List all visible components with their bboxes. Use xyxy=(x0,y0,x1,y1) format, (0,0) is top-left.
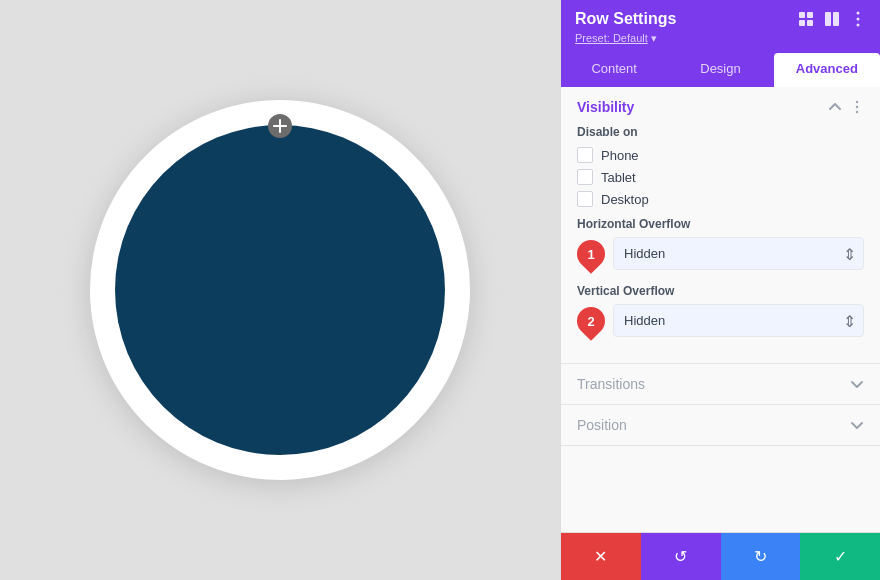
add-element-button[interactable] xyxy=(268,114,292,138)
panel-tabs: Content Design Advanced xyxy=(561,53,880,87)
tablet-checkbox[interactable] xyxy=(577,169,593,185)
tablet-checkbox-row: Tablet xyxy=(577,169,864,185)
tab-content[interactable]: Content xyxy=(561,53,667,87)
visibility-section-header[interactable]: Visibility xyxy=(577,99,864,115)
chevron-down-transitions-icon[interactable] xyxy=(850,377,864,391)
svg-rect-2 xyxy=(799,12,805,18)
position-label: Position xyxy=(577,417,627,433)
panel-title: Row Settings xyxy=(575,10,676,28)
svg-point-8 xyxy=(857,12,860,15)
vertical-overflow-select-wrap: Hidden Visible Scroll Auto ⇕ xyxy=(613,304,864,337)
chevron-down-position-icon[interactable] xyxy=(850,418,864,432)
disable-on-label: Disable on xyxy=(577,125,864,139)
settings-panel: Row Settings Pres xyxy=(560,0,880,580)
svg-point-11 xyxy=(856,101,858,103)
horizontal-overflow-group: Horizontal Overflow 1 Hidden Visible Scr… xyxy=(577,217,864,270)
tablet-label: Tablet xyxy=(601,170,636,185)
more-options-icon[interactable] xyxy=(850,11,866,27)
cancel-button[interactable]: ✕ xyxy=(561,533,641,580)
phone-checkbox[interactable] xyxy=(577,147,593,163)
vertical-overflow-label: Vertical Overflow xyxy=(577,284,864,298)
desktop-checkbox[interactable] xyxy=(577,191,593,207)
horizontal-overflow-select[interactable]: Hidden Visible Scroll Auto xyxy=(613,237,864,270)
canvas-area xyxy=(0,0,560,580)
visibility-section-title: Visibility xyxy=(577,99,634,115)
svg-point-10 xyxy=(857,24,860,27)
visibility-section: Visibility Disable on Pho xyxy=(561,87,880,364)
badge-2: 2 xyxy=(571,301,611,341)
transitions-section[interactable]: Transitions xyxy=(561,364,880,405)
svg-point-12 xyxy=(856,106,858,108)
phone-label: Phone xyxy=(601,148,639,163)
vertical-overflow-group: Vertical Overflow 2 Hidden Visible Scrol… xyxy=(577,284,864,337)
disable-on-group: Disable on Phone Tablet Desktop xyxy=(577,125,864,207)
circle-shape xyxy=(115,125,445,455)
visibility-section-icons xyxy=(828,100,864,114)
svg-rect-5 xyxy=(807,20,813,26)
panel-body: Visibility Disable on Pho xyxy=(561,87,880,532)
desktop-label: Desktop xyxy=(601,192,649,207)
tab-advanced[interactable]: Advanced xyxy=(774,53,880,87)
svg-rect-3 xyxy=(807,12,813,18)
position-section[interactable]: Position xyxy=(561,405,880,446)
circle-container xyxy=(90,100,470,480)
horizontal-overflow-label: Horizontal Overflow xyxy=(577,217,864,231)
svg-point-9 xyxy=(857,18,860,21)
svg-rect-4 xyxy=(799,20,805,26)
vertical-overflow-field: 2 Hidden Visible Scroll Auto ⇕ xyxy=(577,304,864,337)
chevron-up-icon[interactable] xyxy=(828,100,842,114)
svg-rect-7 xyxy=(833,12,839,26)
horizontal-overflow-select-wrap: Hidden Visible Scroll Auto ⇕ xyxy=(613,237,864,270)
preset-label[interactable]: Preset: Default ▾ xyxy=(575,32,866,45)
vertical-overflow-select[interactable]: Hidden Visible Scroll Auto xyxy=(613,304,864,337)
tab-design[interactable]: Design xyxy=(667,53,773,87)
undo-button[interactable]: ↺ xyxy=(641,533,721,580)
save-button[interactable]: ✓ xyxy=(800,533,880,580)
panel-header-top: Row Settings xyxy=(575,10,866,28)
section-more-icon[interactable] xyxy=(850,100,864,114)
desktop-checkbox-row: Desktop xyxy=(577,191,864,207)
expand-icon[interactable] xyxy=(798,11,814,27)
redo-button[interactable]: ↻ xyxy=(721,533,801,580)
svg-rect-6 xyxy=(825,12,831,26)
panel-footer: ✕ ↺ ↻ ✓ xyxy=(561,532,880,580)
columns-icon[interactable] xyxy=(824,11,840,27)
horizontal-overflow-field: 1 Hidden Visible Scroll Auto ⇕ xyxy=(577,237,864,270)
svg-point-13 xyxy=(856,111,858,113)
transitions-label: Transitions xyxy=(577,376,645,392)
badge-1: 1 xyxy=(571,234,611,274)
panel-header: Row Settings Pres xyxy=(561,0,880,53)
phone-checkbox-row: Phone xyxy=(577,147,864,163)
panel-header-icons xyxy=(798,11,866,27)
